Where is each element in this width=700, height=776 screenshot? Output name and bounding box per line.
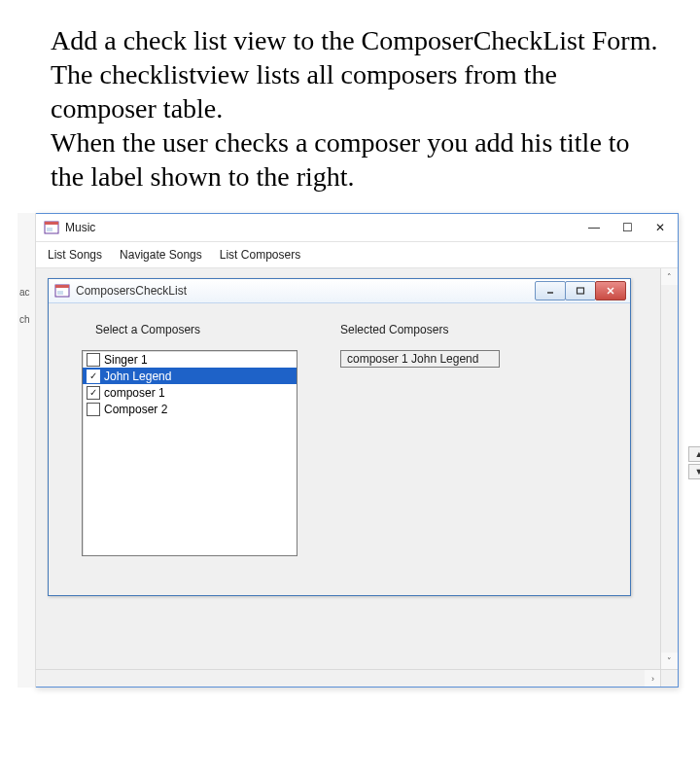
checklist-item[interactable]: Singer 1	[83, 351, 297, 368]
checklist-item-label: Singer 1	[104, 353, 148, 367]
menu-navigate-songs[interactable]: Navigate Songs	[120, 248, 202, 262]
child-close-button[interactable]	[595, 281, 626, 300]
instructions-text: Add a check list view to the ComposerChe…	[51, 23, 661, 194]
selected-composers-label: Selected Composers	[340, 323, 616, 336]
menu-bar: List Songs Navigate Songs List Composers	[36, 242, 678, 268]
svg-rect-5	[57, 291, 63, 295]
checkbox-icon[interactable]: ✓	[87, 370, 100, 383]
checklist-item-label: Composer 2	[104, 403, 167, 416]
child-window-title: ComposersCheckList	[76, 284, 536, 298]
clipped-text: ch	[19, 314, 30, 325]
music-window: Music — ☐ ✕ List Songs Navigate Songs Li…	[35, 213, 679, 688]
instructions-line: When the user checks a composer you add …	[51, 127, 630, 192]
clipped-text: ac	[19, 287, 30, 298]
close-button[interactable]: ✕	[650, 219, 670, 236]
scroll-up-icon[interactable]: ˄	[661, 268, 678, 285]
mdi-client-area: ComposersCheckList	[36, 268, 678, 687]
vertical-scrollbar[interactable]: ˄ ˅	[660, 268, 678, 669]
scroll-down-icon[interactable]: ˅	[661, 653, 678, 669]
select-composers-label: Select a Composers	[95, 323, 315, 336]
svg-rect-4	[55, 285, 69, 288]
checkbox-icon[interactable]	[87, 403, 100, 416]
child-maximize-button[interactable]	[565, 281, 596, 300]
spinner-down-icon[interactable]: ▼	[688, 464, 700, 479]
form-icon	[44, 220, 59, 235]
checklist-item[interactable]: ✓composer 1	[83, 384, 297, 401]
minimize-button[interactable]: —	[584, 219, 604, 236]
checklist-item[interactable]: Composer 2	[83, 401, 297, 417]
horizontal-scrollbar[interactable]: ›	[36, 669, 661, 687]
music-titlebar[interactable]: Music — ☐ ✕	[36, 214, 678, 242]
selected-composers-result: composer 1 John Legend	[340, 350, 500, 368]
menu-list-composers[interactable]: List Composers	[220, 248, 300, 262]
checklist-item-label: composer 1	[104, 386, 165, 400]
instructions-line: Add a check list view to the ComposerChe…	[51, 25, 657, 55]
child-titlebar[interactable]: ComposersCheckList	[49, 279, 630, 303]
form-icon	[54, 283, 70, 299]
clipped-left-bar: ac ch	[18, 213, 36, 688]
spinner-up-icon[interactable]: ▲	[688, 446, 700, 462]
checkbox-icon[interactable]: ✓	[87, 386, 100, 400]
checklist-item-label: John Legend	[104, 370, 171, 383]
composers-checklist-window: ComposersCheckList	[48, 278, 631, 596]
scroll-corner	[660, 669, 678, 687]
checkbox-icon[interactable]	[87, 353, 100, 367]
checklist-item[interactable]: ✓John Legend	[83, 368, 297, 384]
scroll-right-icon[interactable]: ›	[645, 670, 661, 687]
maximize-button[interactable]: ☐	[617, 219, 637, 236]
instructions-line: The checklistview lists all composers fr…	[51, 59, 557, 123]
svg-rect-1	[45, 222, 58, 225]
music-window-title: Music	[65, 221, 584, 234]
composers-checklistbox[interactable]: Singer 1✓John Legend✓composer 1Composer …	[82, 350, 298, 556]
child-minimize-button[interactable]	[535, 281, 566, 300]
svg-rect-2	[47, 228, 52, 231]
side-spinner: ▲ ▼	[688, 446, 700, 479]
svg-rect-7	[578, 288, 584, 294]
menu-list-songs[interactable]: List Songs	[48, 248, 102, 262]
